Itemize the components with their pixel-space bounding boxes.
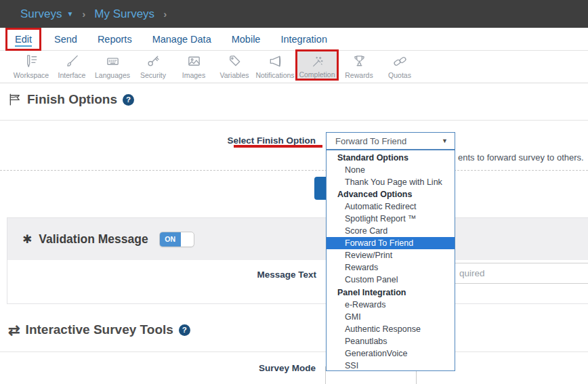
dropdown-option-score-card[interactable]: Score Card xyxy=(327,225,455,237)
breadcrumb-separator-icon: › xyxy=(82,8,85,20)
validation-message-card: ✱ Validation Message ON Message Text qui… xyxy=(7,217,588,304)
toolbar-item-images[interactable]: Images xyxy=(173,51,214,79)
dropdown-option-spotlight-report[interactable]: Spotlight Report ™ xyxy=(327,213,455,225)
trophy-icon xyxy=(352,54,367,69)
interactive-tools-heading: ⇄ Interactive Survey Tools ? xyxy=(8,322,190,337)
interactive-tools-title: Interactive Survey Tools xyxy=(26,322,173,337)
toolbar-item-completion[interactable]: Completion xyxy=(295,49,339,81)
dropdown-option-rewards[interactable]: Rewards xyxy=(327,261,455,274)
tab-manage-data[interactable]: Manage Data xyxy=(142,34,222,45)
finish-option-dropdown-list: Standard Options None Thank You Page wit… xyxy=(326,150,455,371)
tag-icon xyxy=(227,54,243,69)
helper-text-fragment: ents to forward survey to others. xyxy=(458,152,584,163)
toolbar-label: Workspace xyxy=(14,71,49,79)
magic-wand-icon xyxy=(310,55,325,68)
toolbar-item-workspace[interactable]: Workspace xyxy=(11,51,51,79)
tab-send[interactable]: Send xyxy=(44,34,87,45)
dropdown-option-thank-you-page[interactable]: Thank You Page with Link xyxy=(327,176,455,188)
surveys-label: Surveys xyxy=(20,7,62,21)
finish-options-title: Finish Options xyxy=(27,92,117,107)
toolbar-item-notifications[interactable]: Notifications xyxy=(255,51,295,79)
toolbar-label: Completion xyxy=(299,70,335,79)
annotation-box-edit: Edit xyxy=(5,28,41,51)
validation-toggle[interactable]: ON xyxy=(159,232,194,247)
toolbar-label: Security xyxy=(140,71,166,79)
finish-option-helper: ents to forward survey to others. ? xyxy=(458,152,588,163)
top-navbar: Surveys ▼ › My Surveys › xyxy=(0,0,588,28)
edit-toolbar: Workspace Interface Languages Security I… xyxy=(0,51,588,83)
toolbar-item-interface[interactable]: Interface xyxy=(51,51,92,79)
dropdown-option-automatic-redirect[interactable]: Automatic Redirect xyxy=(327,200,455,213)
toolbar-item-rewards[interactable]: Rewards xyxy=(339,51,379,79)
tab-edit[interactable]: Edit xyxy=(15,34,32,47)
asterisk-icon: ✱ xyxy=(22,232,32,247)
finish-option-select-value: Forward To Friend xyxy=(335,136,406,146)
chain-link-icon xyxy=(392,54,408,69)
toolbar-item-security[interactable]: Security xyxy=(133,51,173,79)
dropdown-option-gmi[interactable]: GMI xyxy=(327,311,455,323)
swap-arrows-icon: ⇄ xyxy=(8,323,20,337)
toolbar-label: Notifications xyxy=(255,71,294,79)
toolbar-label: Quotas xyxy=(388,71,411,79)
dropdown-option-generationvoice[interactable]: GenerationVoice xyxy=(327,347,455,360)
toolbar-label: Languages xyxy=(95,71,130,79)
completion-page: Finish Options ? Select Finish Option Fo… xyxy=(0,83,588,383)
dropdown-group-standard-options: Standard Options xyxy=(327,152,455,164)
toolbar-label: Interface xyxy=(58,71,86,79)
finish-flag-icon xyxy=(8,93,22,106)
toolbar-label: Images xyxy=(182,71,205,79)
help-icon[interactable]: ? xyxy=(123,94,134,106)
finish-option-select[interactable]: Forward To Friend ▼ xyxy=(326,132,455,150)
toolbar-item-quotas[interactable]: Quotas xyxy=(379,51,420,79)
key-icon xyxy=(146,54,161,69)
toolbar-item-variables[interactable]: Variables xyxy=(214,51,255,79)
help-icon[interactable]: ? xyxy=(179,324,190,336)
breadcrumb-separator-icon: › xyxy=(163,8,167,20)
dropdown-option-custom-panel[interactable]: Custom Panel xyxy=(327,274,455,286)
dropdown-option-peanutlabs[interactable]: Peanutlabs xyxy=(327,335,455,347)
finish-options-heading: Finish Options ? xyxy=(8,92,134,107)
tab-reports[interactable]: Reports xyxy=(87,34,142,45)
annotation-underline xyxy=(234,145,322,148)
brush-icon xyxy=(64,54,80,69)
toggle-on-label: ON xyxy=(160,232,181,247)
dropdown-option-none[interactable]: None xyxy=(327,164,455,176)
dropdown-option-forward-to-friend[interactable]: Forward To Friend xyxy=(327,237,455,249)
select-caret-icon: ▼ xyxy=(442,137,448,144)
select-finish-option-label: Select Finish Option xyxy=(0,135,316,146)
image-icon xyxy=(186,54,202,69)
tab-mobile[interactable]: Mobile xyxy=(222,34,271,45)
dropdown-option-e-rewards[interactable]: e-Rewards xyxy=(327,299,455,311)
my-surveys-link[interactable]: My Surveys xyxy=(94,7,154,21)
toolbar-label: Rewards xyxy=(345,71,373,79)
survey-mode-label: Survey Mode xyxy=(0,363,316,373)
message-text-label: Message Text xyxy=(7,270,316,280)
dropdown-option-authentic-response[interactable]: Authentic Response xyxy=(327,323,455,335)
dashed-divider xyxy=(0,170,588,171)
toolbar-label: Variables xyxy=(220,71,249,79)
menu-bar: Edit Send Reports Manage Data Mobile Int… xyxy=(0,28,588,51)
keyboard-icon xyxy=(105,54,121,69)
my-surveys-label: My Surveys xyxy=(94,7,154,21)
message-text-value-fragment: quired xyxy=(459,268,485,278)
dropdown-group-advanced-options: Advanced Options xyxy=(327,188,455,200)
dropdown-option-review-print[interactable]: Review/Print xyxy=(327,249,455,261)
validation-message-title: Validation Message xyxy=(39,232,148,247)
dropdown-option-ssi[interactable]: SSI xyxy=(327,360,455,372)
chevron-down-icon: ▼ xyxy=(66,10,73,18)
validation-card-header: ✱ Validation Message ON xyxy=(7,218,588,260)
pencil-notes-icon xyxy=(24,54,39,69)
tab-integration[interactable]: Integration xyxy=(270,34,337,45)
megaphone-icon xyxy=(268,54,283,69)
surveys-menu[interactable]: Surveys ▼ xyxy=(20,7,73,21)
section-divider xyxy=(0,351,588,352)
dropdown-group-panel-integration: Panel Integration xyxy=(327,286,455,299)
toolbar-item-languages[interactable]: Languages xyxy=(92,51,133,79)
section-divider xyxy=(0,120,588,121)
